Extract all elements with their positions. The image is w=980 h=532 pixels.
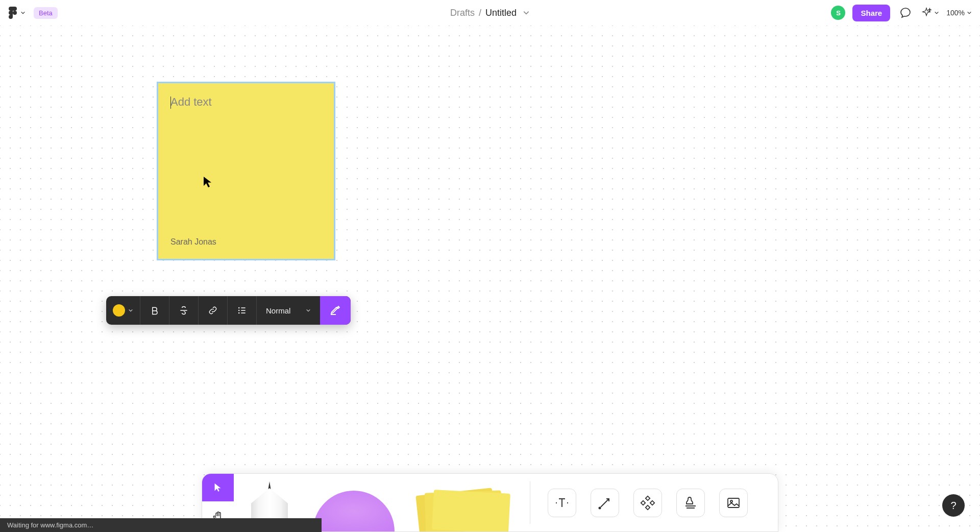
- bold-button[interactable]: [140, 296, 169, 325]
- beta-badge: Beta: [34, 7, 58, 19]
- zoom-value: 100%: [946, 9, 965, 17]
- select-tool-button[interactable]: [202, 474, 234, 501]
- strikethrough-button[interactable]: [169, 296, 198, 325]
- chevron-down-icon[interactable]: [523, 9, 530, 16]
- chevron-down-icon: [967, 10, 972, 15]
- marker-icon: [313, 491, 395, 531]
- image-icon: [725, 495, 742, 511]
- ai-tools-button[interactable]: [921, 7, 939, 18]
- list-icon: [237, 305, 247, 316]
- sticky-note[interactable]: Add text Sarah Jonas: [157, 82, 335, 260]
- sticky-note-tool-button[interactable]: [418, 486, 514, 531]
- svg-point-4: [599, 506, 601, 509]
- chevron-down-icon: [20, 10, 26, 15]
- svg-point-3: [238, 312, 240, 314]
- bold-icon: [150, 305, 160, 316]
- svg-point-1: [238, 307, 240, 309]
- sticky-author: Sarah Jonas: [170, 237, 322, 247]
- connector-tool-button[interactable]: [591, 489, 619, 517]
- breadcrumb: Drafts / Untitled: [450, 8, 530, 18]
- svg-rect-5: [646, 496, 650, 500]
- text-icon: [554, 495, 570, 511]
- svg-rect-6: [646, 505, 650, 509]
- font-weight-select[interactable]: Normal: [257, 296, 320, 325]
- stamp-tool-button[interactable]: [676, 489, 705, 517]
- chevron-down-icon: [128, 308, 133, 313]
- figma-logo-icon: [8, 7, 17, 19]
- help-button[interactable]: ?: [942, 494, 965, 517]
- sparkle-icon: [921, 7, 932, 18]
- breadcrumb-parent[interactable]: Drafts: [450, 8, 475, 18]
- main-menu-button[interactable]: [8, 7, 26, 19]
- marker-tool-button[interactable]: [310, 486, 397, 531]
- strikethrough-icon: [179, 305, 189, 316]
- chevron-down-icon: [306, 308, 311, 313]
- zoom-control[interactable]: 100%: [946, 9, 972, 17]
- highlight-button[interactable]: [320, 296, 351, 325]
- text-tool-button[interactable]: [548, 489, 576, 517]
- link-icon: [208, 305, 218, 316]
- cursor-icon: [212, 482, 224, 493]
- color-picker-button[interactable]: [106, 296, 140, 325]
- canvas[interactable]: Add text Sarah Jonas: [0, 26, 980, 532]
- chevron-down-icon: [934, 10, 939, 15]
- color-swatch-icon: [113, 304, 125, 317]
- svg-rect-8: [650, 500, 654, 504]
- connector-icon: [597, 495, 613, 511]
- dock-insert-tools: [530, 474, 765, 531]
- breadcrumb-title[interactable]: Untitled: [485, 8, 517, 18]
- sticky-text-input[interactable]: Add text: [170, 95, 322, 109]
- svg-rect-9: [728, 498, 739, 507]
- svg-point-10: [730, 500, 732, 502]
- stamp-icon: [682, 495, 699, 511]
- list-button[interactable]: [228, 296, 256, 325]
- app-header: Beta Drafts / Untitled S Share 100%: [0, 0, 980, 26]
- status-message: Waiting for www.figma.com…: [7, 521, 93, 529]
- breadcrumb-separator: /: [479, 8, 481, 18]
- shapes-icon: [640, 495, 656, 511]
- link-button[interactable]: [199, 296, 227, 325]
- share-button[interactable]: Share: [852, 5, 890, 21]
- comment-icon: [899, 7, 912, 19]
- highlighter-icon: [329, 304, 341, 317]
- font-weight-label: Normal: [266, 306, 290, 315]
- sticky-stack-icon: [418, 490, 497, 531]
- image-tool-button[interactable]: [719, 489, 748, 517]
- svg-point-0: [13, 11, 17, 15]
- svg-rect-7: [641, 500, 645, 504]
- cursor-icon: [203, 176, 213, 188]
- avatar[interactable]: S: [831, 6, 845, 20]
- comments-button[interactable]: [897, 5, 914, 21]
- text-formatting-toolbar: Normal: [106, 296, 351, 325]
- status-bar: Waiting for www.figma.com…: [0, 518, 322, 532]
- svg-point-2: [238, 310, 240, 311]
- shapes-tool-button[interactable]: [633, 489, 662, 517]
- header-left: Beta: [8, 7, 58, 19]
- header-right: S Share 100%: [831, 5, 972, 21]
